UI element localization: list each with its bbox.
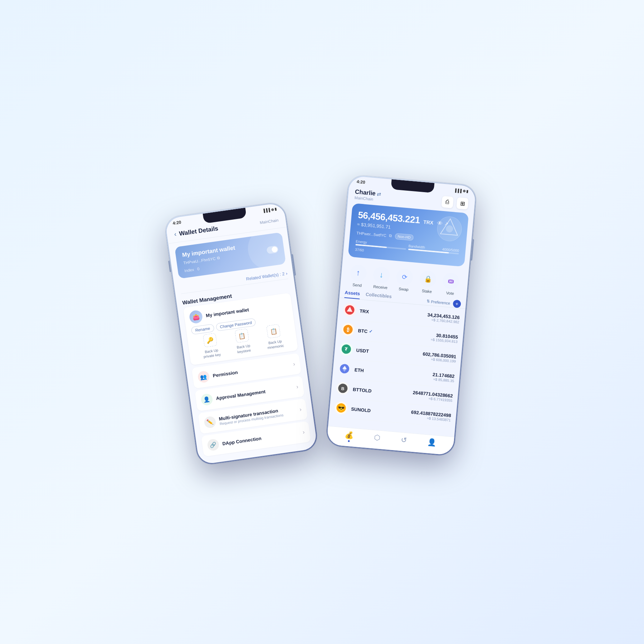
backup-keystore-label: Back Upkeystore xyxy=(236,343,251,354)
backup-mnemonic[interactable]: 📋 Back Upmnemonic xyxy=(264,324,284,350)
balance-currency: TRX xyxy=(423,219,434,225)
phone-1: 4:20 MainChain ▐▐▐ ⊛ ▮ ‹ Wallet Details … xyxy=(164,201,319,466)
receive-button[interactable]: ↓ Receive xyxy=(372,266,390,290)
status-icons-1: ▐▐▐ ⊛ ▮ xyxy=(262,207,277,213)
status-icons-2: ▐▐▐ ⊛ ▮ xyxy=(454,188,469,194)
wallet-details-title: Wallet Details xyxy=(179,225,219,237)
approval-icon: 👤 xyxy=(200,393,213,406)
vote-button[interactable]: 🎟 Vote xyxy=(442,272,460,296)
bottom-nav: 💰 ⬡ ↺ 👤 xyxy=(326,426,454,455)
nav-profile[interactable]: 👤 xyxy=(427,438,437,450)
stake-button[interactable]: 🔒 Stake xyxy=(419,270,437,294)
nav-history[interactable]: ↺ xyxy=(400,435,407,447)
copy-icon[interactable]: ⧉ xyxy=(217,255,220,260)
trx-name: TRX xyxy=(360,308,369,314)
wallet-swap-icon[interactable]: ⇄ xyxy=(377,191,381,197)
back-button[interactable]: ‹ xyxy=(174,230,177,238)
nav-assets-icon: 💰 xyxy=(345,430,354,440)
approval-chevron: › xyxy=(296,384,299,390)
permission-chevron: › xyxy=(293,361,296,367)
multisig-icon: ✏️ xyxy=(204,416,216,429)
eth-name: ETH xyxy=(354,367,364,373)
usdt-name: USDT xyxy=(356,347,369,354)
permission-icon: 👥 xyxy=(197,370,210,383)
preference-label: Preference xyxy=(431,299,450,305)
dapp-label: DApp Connection xyxy=(222,430,300,446)
status-time-2: 4:20 xyxy=(356,179,365,185)
eth-icon xyxy=(338,362,352,376)
non-hd-badge: Non-HD xyxy=(395,233,414,240)
rename-button[interactable]: Rename xyxy=(191,324,214,335)
scan-icon[interactable]: ⎙ xyxy=(441,196,454,209)
tab-assets[interactable]: Assets xyxy=(344,290,360,299)
nav-assets[interactable]: 💰 xyxy=(344,430,354,442)
svg-text:₿: ₿ xyxy=(347,327,350,333)
mgmt-wallet-icon: 👛 xyxy=(189,309,203,324)
backup-private-key-label: Back Upprivate key xyxy=(203,347,221,359)
status-time-1: 4:20 xyxy=(172,220,182,226)
swap-button[interactable]: ⟳ Swap xyxy=(395,268,414,292)
send-button[interactable]: ↑ Send xyxy=(349,264,367,288)
send-label: Send xyxy=(352,283,362,288)
main-header-icons: ⎙ ⊞ xyxy=(441,196,469,210)
backup-mnemonic-label: Back Upmnemonic xyxy=(267,338,284,350)
permission-label: Permission xyxy=(213,362,290,378)
backup-keystore-icon: 📋 xyxy=(235,328,249,343)
qr-icon[interactable]: ⊞ xyxy=(456,197,469,210)
nav-layers-icon: ⬡ xyxy=(374,433,381,442)
bttold-name: BTTOLD xyxy=(353,386,372,394)
receive-label: Receive xyxy=(373,284,388,290)
balance-card: 56,456,453.221 TRX 👁 ↗ ≈ $3,951,951.71 T… xyxy=(348,203,469,267)
wallet-address: THPwer...5wtfYC xyxy=(356,231,386,238)
svg-text:😎: 😎 xyxy=(337,405,345,412)
trx-icon xyxy=(343,303,357,317)
tron-visual xyxy=(435,215,463,243)
nav-active-dot xyxy=(348,440,350,442)
phone-2: 4:20 ▐▐▐ ⊛ ▮ Charlie ⇄ MainChain ⎙ xyxy=(325,175,477,457)
backup-keystore[interactable]: 📋 Back Upkeystore xyxy=(234,328,251,355)
backup-mnemonic-icon: 📋 xyxy=(266,324,281,339)
sunold-icon: 😎 xyxy=(334,401,348,415)
stake-label: Stake xyxy=(421,289,432,294)
preference-button[interactable]: ⇅ Preference xyxy=(426,299,450,306)
dapp-icon: 🔗 xyxy=(207,438,220,451)
multisig-chevron: › xyxy=(299,406,302,413)
chain-label-1: MainChain xyxy=(259,218,279,225)
dapp-chevron: › xyxy=(302,429,305,436)
approval-label: Approval Management xyxy=(216,385,293,401)
backup-private-key-icon: 🔑 xyxy=(203,333,218,348)
backup-private-key[interactable]: 🔑 Back Upprivate key xyxy=(200,333,221,359)
bttold-icon: B xyxy=(336,381,350,395)
address-copy-icon[interactable]: ⧉ xyxy=(389,233,392,238)
vote-label: Vote xyxy=(446,291,454,296)
wallet-toggle[interactable] xyxy=(266,245,278,254)
add-asset-button[interactable]: + xyxy=(453,299,461,308)
svg-text:B: B xyxy=(341,386,345,391)
usdt-icon: ₮ xyxy=(339,342,353,356)
btc-icon: ₿ xyxy=(341,322,355,336)
btc-name: BTC ✓ xyxy=(358,328,373,334)
swap-label: Swap xyxy=(399,287,409,292)
tab-collectibles[interactable]: Collectibles xyxy=(365,292,392,302)
sunold-name: SUNOLD xyxy=(351,406,371,413)
asset-list: TRX 34,234,453.126 ≈$ 2,760,842.982 ₿ BT… xyxy=(329,299,465,428)
nav-history-icon: ↺ xyxy=(400,435,407,444)
nav-profile-icon: 👤 xyxy=(427,438,436,447)
nav-layers[interactable]: ⬡ xyxy=(374,433,381,445)
